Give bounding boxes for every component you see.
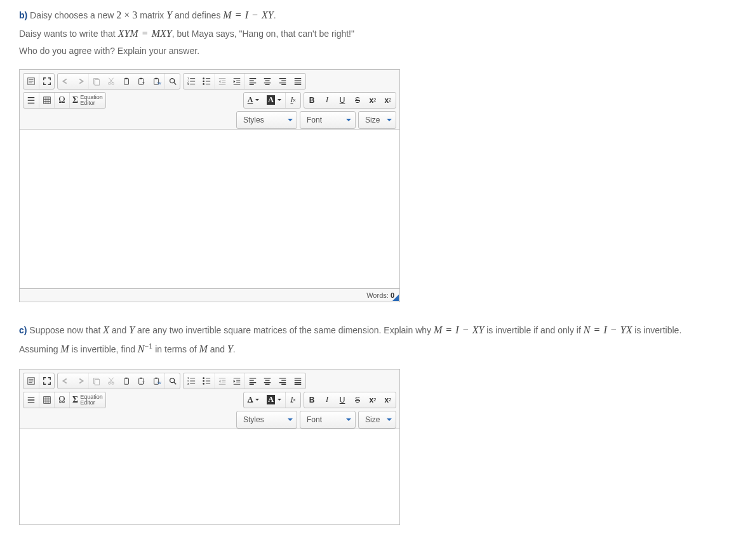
align-center-button[interactable] <box>260 373 275 389</box>
paste-text-button[interactable]: T <box>134 373 149 389</box>
maximize-button[interactable] <box>39 373 54 389</box>
equation-editor-button[interactable]: Σ EquationEditor <box>69 93 105 108</box>
bullet-list-button[interactable] <box>199 373 214 389</box>
text-color-button[interactable]: A <box>244 392 264 408</box>
toolbar-row-1: T W 123 <box>20 370 399 389</box>
align-justify-button[interactable] <box>290 373 305 389</box>
svg-rect-80 <box>155 377 157 378</box>
svg-text:3: 3 <box>187 382 189 385</box>
numbered-list-button[interactable]: 123 <box>184 373 199 389</box>
align-right-button[interactable] <box>275 74 290 89</box>
line-height-button[interactable] <box>23 392 39 408</box>
copy-button[interactable] <box>88 74 104 89</box>
svg-point-26 <box>203 77 204 79</box>
line-height-button[interactable] <box>23 93 39 108</box>
cut-button[interactable] <box>104 74 119 89</box>
paste-button[interactable] <box>119 74 134 89</box>
math-Y: Y <box>129 324 135 335</box>
bold-button[interactable]: B <box>304 93 319 108</box>
paste-word-button[interactable]: W <box>149 373 164 389</box>
find-button[interactable] <box>164 74 180 89</box>
size-combo[interactable]: Size <box>358 111 396 129</box>
numbered-list-button[interactable]: 123 <box>184 74 199 89</box>
undo-button[interactable] <box>58 74 73 89</box>
text: and <box>208 344 227 354</box>
table-button[interactable] <box>39 392 54 408</box>
part-label-b: b) <box>19 10 27 20</box>
align-justify-button[interactable] <box>290 74 305 89</box>
subscript-button[interactable]: x2 <box>365 392 380 408</box>
subscript-button[interactable]: x2 <box>365 93 380 108</box>
maximize-button[interactable] <box>39 74 54 89</box>
svg-point-27 <box>203 80 204 82</box>
text: . <box>233 344 236 354</box>
bold-button[interactable]: B <box>304 392 319 408</box>
paste-text-button[interactable]: T <box>134 74 149 89</box>
math-Y2: Y <box>227 343 233 354</box>
bg-color-button[interactable]: A <box>263 93 285 108</box>
svg-rect-69 <box>95 379 99 385</box>
align-right-button[interactable] <box>275 373 290 389</box>
special-char-button[interactable]: Ω <box>54 93 69 108</box>
align-center-button[interactable] <box>260 74 275 89</box>
editor-body[interactable] <box>20 429 399 524</box>
svg-point-92 <box>203 383 204 385</box>
editor-body[interactable] <box>20 129 399 288</box>
superscript-button[interactable]: x2 <box>380 93 396 108</box>
align-left-button[interactable] <box>244 74 260 89</box>
redo-button[interactable] <box>73 373 88 389</box>
undo-button[interactable] <box>58 373 73 389</box>
svg-text:W: W <box>157 81 161 85</box>
superscript-button[interactable]: x2 <box>380 392 396 408</box>
toolbar-row-1: T W 123 <box>20 70 399 90</box>
resize-handle[interactable] <box>392 295 399 301</box>
styles-combo[interactable]: Styles <box>236 411 297 429</box>
special-char-button[interactable]: Ω <box>54 392 69 408</box>
outdent-button[interactable] <box>214 74 229 89</box>
styles-combo[interactable]: Styles <box>236 111 297 129</box>
text-color-button[interactable]: A <box>244 93 264 108</box>
svg-text:W: W <box>157 380 161 385</box>
redo-button[interactable] <box>73 74 88 89</box>
svg-point-28 <box>203 83 204 85</box>
indent-button[interactable] <box>229 74 244 89</box>
italic-button[interactable]: I <box>319 93 335 108</box>
toolbar-row-3: Styles Font Size <box>20 109 399 129</box>
cut-button[interactable] <box>104 373 119 389</box>
text: matrix <box>137 10 166 20</box>
math-eq2: XYM = MXY <box>118 28 172 39</box>
strike-button[interactable]: S <box>350 93 365 108</box>
remove-format-button[interactable]: Ix <box>285 392 300 408</box>
size-combo[interactable]: Size <box>358 411 396 429</box>
italic-button[interactable]: I <box>319 392 335 408</box>
svg-rect-74 <box>124 378 129 384</box>
text: Assuming <box>19 344 60 354</box>
strike-button[interactable]: S <box>350 392 365 408</box>
svg-line-19 <box>173 83 176 85</box>
find-button[interactable] <box>164 373 180 389</box>
outdent-button[interactable] <box>214 373 229 389</box>
svg-rect-123 <box>43 396 50 403</box>
math-M2: M <box>199 343 207 354</box>
svg-rect-16 <box>155 78 157 79</box>
svg-rect-13 <box>140 78 142 79</box>
source-button[interactable] <box>23 373 39 389</box>
svg-line-83 <box>173 382 176 384</box>
equation-editor-button[interactable]: Σ EquationEditor <box>69 392 105 408</box>
underline-button[interactable]: U <box>335 392 350 408</box>
copy-button[interactable] <box>88 373 104 389</box>
font-combo[interactable]: Font <box>300 411 356 429</box>
bullet-list-button[interactable] <box>199 74 214 89</box>
source-button[interactable] <box>23 74 39 89</box>
table-button[interactable] <box>39 93 54 108</box>
bg-color-button[interactable]: A <box>263 392 285 408</box>
paste-button[interactable] <box>119 373 134 389</box>
indent-button[interactable] <box>229 373 244 389</box>
svg-rect-77 <box>140 377 142 378</box>
math-eq1: M = I − XY <box>223 10 273 20</box>
underline-button[interactable]: U <box>335 93 350 108</box>
font-combo[interactable]: Font <box>300 111 356 129</box>
align-left-button[interactable] <box>244 373 260 389</box>
paste-word-button[interactable]: W <box>149 74 164 89</box>
remove-format-button[interactable]: Ix <box>285 93 300 108</box>
